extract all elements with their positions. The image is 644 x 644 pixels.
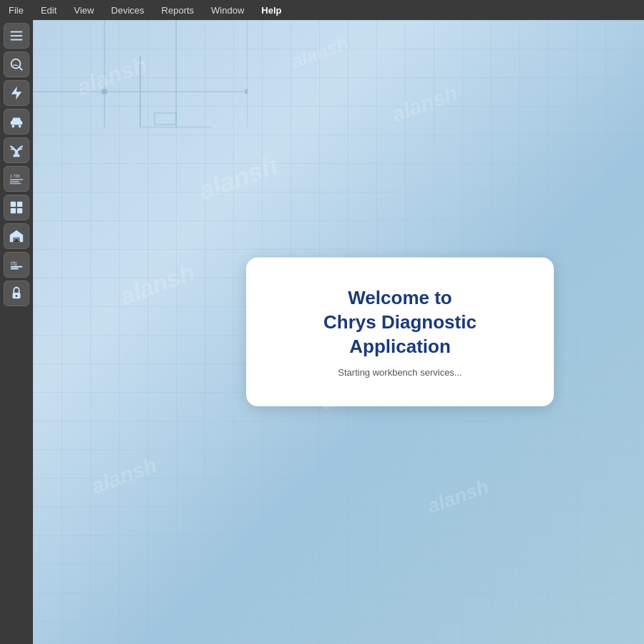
menu-edit[interactable]: Edit xyxy=(38,4,59,17)
lightning-button[interactable] xyxy=(4,80,29,106)
svg-rect-6 xyxy=(11,121,23,125)
svg-marker-5 xyxy=(11,87,22,99)
sidebar: 1 768 xyxy=(0,20,33,644)
watermark-7: alansh xyxy=(424,475,492,518)
settings-button[interactable]: cfg xyxy=(4,252,29,278)
main-area: 1 768 xyxy=(0,20,644,644)
grid-button[interactable] xyxy=(4,195,29,220)
lock-button[interactable] xyxy=(4,280,29,306)
svg-point-24 xyxy=(16,295,18,297)
svg-rect-15 xyxy=(11,202,16,207)
watermark-6: alansh xyxy=(88,453,160,499)
svg-rect-1 xyxy=(11,35,23,36)
garage-button[interactable] xyxy=(4,223,29,249)
watermark-4: alansh xyxy=(117,258,199,311)
menu-reports[interactable]: Reports xyxy=(159,4,197,17)
svg-point-7 xyxy=(12,125,15,128)
menu-devices[interactable]: Devices xyxy=(108,4,147,17)
svg-rect-18 xyxy=(17,208,22,213)
svg-rect-22 xyxy=(11,268,19,270)
car-button[interactable] xyxy=(4,109,29,135)
menu-button[interactable] xyxy=(4,23,29,49)
menubar: File Edit View Devices Reports Window He… xyxy=(0,0,644,20)
svg-rect-2 xyxy=(11,39,23,41)
svg-rect-14 xyxy=(10,183,21,185)
svg-text:cfg: cfg xyxy=(11,260,17,266)
menu-window[interactable]: Window xyxy=(208,4,247,17)
watermark-2: alansh xyxy=(195,150,282,206)
svg-line-4 xyxy=(19,67,23,71)
svg-rect-13 xyxy=(10,181,19,182)
svg-point-8 xyxy=(19,125,21,128)
signal-button[interactable] xyxy=(4,137,29,163)
svg-rect-0 xyxy=(11,31,23,33)
content-area: alansh alansh alansh alansh alansh alans… xyxy=(33,20,644,644)
watermark-3: alansh xyxy=(389,81,461,127)
svg-rect-10 xyxy=(13,155,19,157)
watermark-8: alansh xyxy=(288,32,351,73)
svg-rect-16 xyxy=(17,202,22,207)
watermark-1: alansh xyxy=(74,52,151,101)
search-vehicle-button[interactable] xyxy=(4,52,29,77)
welcome-card: Welcome toWelcome to Chrys Diagnostic Ap… xyxy=(246,258,554,406)
welcome-title: Welcome toWelcome to Chrys Diagnostic Ap… xyxy=(282,286,518,358)
svg-point-41 xyxy=(245,89,248,94)
svg-point-3 xyxy=(11,59,21,69)
svg-rect-46 xyxy=(155,113,176,125)
menu-file[interactable]: File xyxy=(6,4,26,17)
svg-rect-21 xyxy=(11,266,23,268)
svg-rect-17 xyxy=(11,208,16,213)
svg-rect-12 xyxy=(10,179,23,180)
menu-help[interactable]: Help xyxy=(258,4,284,17)
data-button[interactable]: 1 768 xyxy=(4,166,29,192)
svg-point-39 xyxy=(102,89,107,94)
circuit-background xyxy=(33,20,248,127)
welcome-subtitle: Starting workbench services... xyxy=(282,367,518,378)
svg-text:1 768: 1 768 xyxy=(10,174,20,178)
svg-point-9 xyxy=(16,151,18,153)
menu-view[interactable]: View xyxy=(71,4,97,17)
